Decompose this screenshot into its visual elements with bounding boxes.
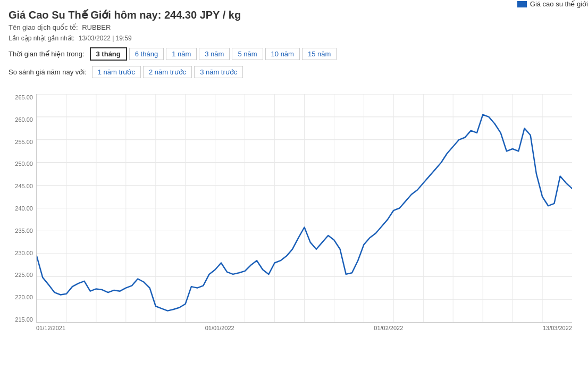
y-label-245: 245.00 [15,183,33,189]
x-label-2: 01/01/2022 [205,325,234,331]
x-axis: 01/12/2021 01/01/2022 01/02/2022 13/03/2… [36,323,572,339]
legend: Giá cao su thế giới [517,0,588,8]
y-label-265: 265.00 [15,94,33,100]
update-label: Lần cập nhật gần nhất: [9,35,74,42]
chart-plot [36,94,572,323]
x-label-4: 13/03/2022 [543,325,572,331]
btn-3-nam[interactable]: 3 năm [199,48,230,60]
trade-name-value: RUBBER [82,23,111,31]
btn-10-nam[interactable]: 10 năm [265,48,300,60]
btn-2-nam-truoc[interactable]: 2 năm trước [143,66,192,78]
time-range-row: Thời gian thể hiện trong: 3 tháng 6 thán… [9,47,579,61]
x-label-1: 01/12/2021 [36,325,65,331]
legend-label: Giá cao su thế giới [530,0,588,8]
btn-3-thang[interactable]: 3 tháng [90,47,127,61]
y-label-240: 240.00 [15,205,33,212]
y-label-260: 260.00 [15,116,33,123]
y-label-250: 250.00 [15,161,33,167]
y-label-225: 225.00 [15,272,33,278]
btn-6-thang[interactable]: 6 tháng [129,48,164,60]
y-label-220: 220.00 [15,294,33,300]
page-title: Giá Cao Su Thế Giới hôm nay: 244.30 JPY … [9,9,579,21]
chart-area: 265.00 260.00 255.00 250.00 245.00 240.0… [9,94,572,339]
btn-5-nam[interactable]: 5 năm [232,48,263,60]
legend-box [517,1,527,7]
btn-1-nam[interactable]: 1 năm [166,48,197,60]
btn-3-nam-truoc[interactable]: 3 năm trước [194,66,243,78]
btn-15-nam[interactable]: 15 năm [302,48,337,60]
time-range-label: Thời gian thể hiện trong: [9,50,85,58]
update-value: 13/03/2022 | 19:59 [79,35,132,42]
y-label-255: 255.00 [15,139,33,145]
compare-row: So sánh giá năm nay với: 1 năm trước 2 n… [9,66,579,78]
btn-1-nam-truoc[interactable]: 1 năm trước [92,66,141,78]
trade-name-label: Tên giao dịch quốc tế: [9,23,78,31]
y-label-235: 235.00 [15,228,33,234]
update-time: Lần cập nhật gần nhất: 13/03/2022 | 19:5… [9,35,579,42]
y-label-230: 230.00 [15,250,33,256]
x-label-3: 01/02/2022 [374,325,403,331]
trade-name: Tên giao dịch quốc tế: RUBBER [9,23,579,31]
compare-label: So sánh giá năm nay với: [9,68,87,76]
y-axis: 265.00 260.00 255.00 250.00 245.00 240.0… [9,94,36,323]
y-label-215: 215.00 [15,316,33,323]
